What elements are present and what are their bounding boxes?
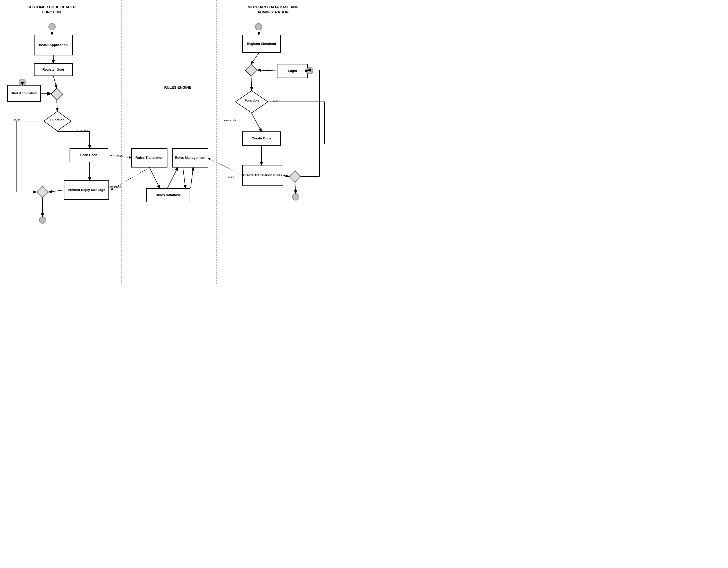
box-create-translation: Create Translation Rules [242,165,283,185]
label-rules: rules [228,175,234,179]
diamond-function-right: Function [235,90,268,113]
box-install-application: Install Application [34,35,73,55]
svg-marker-0 [51,88,63,100]
svg-line-34 [258,70,277,71]
diamond-create-merge [289,170,301,183]
divider-left [121,0,122,284]
title-right: MERCHANT DATA BASE AND ADMINISTRATION [237,5,309,15]
svg-line-36 [252,113,261,131]
circle-start-right [255,23,262,30]
svg-line-28 [191,167,193,188]
svg-line-39 [295,183,296,193]
title-left: CUSTOMER CODE READER FUNCTION [18,5,85,15]
svg-line-26 [167,167,178,188]
svg-line-25 [149,167,160,188]
label-code: code [116,154,122,157]
diamond-function-left: Function [43,111,72,131]
circle-end-right [292,193,299,200]
svg-line-8 [53,76,57,88]
svg-marker-2 [37,186,48,198]
box-create-code: Create Code [242,131,281,146]
label-new-code: new code [224,118,236,122]
box-present-reply: Present Reply Message [64,180,109,200]
diamond-reply-left [36,185,49,198]
title-middle: RULES ENGINE [152,85,204,90]
box-start-application: Start Application [7,85,41,102]
svg-marker-1 [44,111,71,131]
box-register-merchant: Register Merchant [242,35,281,53]
box-rules-database: Rules Database [146,188,190,202]
svg-line-18 [49,190,64,192]
svg-line-35 [251,77,252,90]
svg-marker-4 [235,91,268,113]
svg-line-38 [283,175,289,176]
svg-line-29 [208,158,242,175]
label-message: message [109,185,121,189]
diamond-merge-left [50,88,63,100]
diagram-container: CUSTOMER CODE READER FUNCTION RULES ENGI… [0,0,364,284]
svg-marker-5 [289,171,301,182]
svg-line-31 [251,53,259,64]
circle-end-left [39,216,46,224]
svg-marker-3 [245,64,257,76]
circle-login-start [306,67,313,74]
box-register-user: Register User [34,63,73,76]
label-scan-code: scan code [76,128,89,132]
box-rules-translation: Rules Translation [131,148,167,167]
diamond-merge-right [245,64,258,77]
circle-start-app [19,79,26,86]
divider-right-middle [216,0,217,284]
label-other-right: other [273,99,280,103]
box-scan-code: Scan Code [70,148,108,162]
svg-line-27 [183,167,185,188]
label-other-left: other [14,118,21,121]
box-login: Login [277,64,308,78]
circle-start-left [48,23,56,30]
svg-line-11 [57,100,57,111]
box-rules-management: Rules Management [172,148,208,167]
